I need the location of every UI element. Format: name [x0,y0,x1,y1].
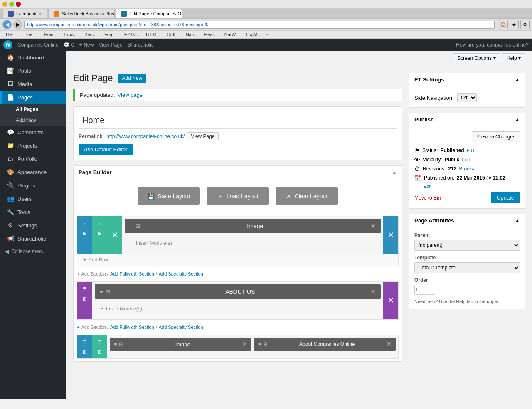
add-specialty-section-link-2[interactable]: Add Specialty Section [159,325,203,330]
back-btn[interactable]: ◀ [2,20,12,29]
minimize-btn[interactable] [2,2,7,7]
sidebar-item-pages[interactable]: 📄 Pages [0,91,66,104]
page-builder-toggle-icon[interactable]: ▲ [392,169,397,175]
sidebar-item-comments[interactable]: 💬 Comments [0,126,66,139]
status-edit-link[interactable]: Edit [467,148,475,153]
section-2-delete-btn[interactable]: ✕ [383,282,398,319]
template-select[interactable]: Default Template [414,262,520,273]
add-specialty-section-link[interactable]: Add Specialty Section [159,271,203,276]
sidebar-item-projects[interactable]: 📁 Projects [0,139,66,152]
admin-bar-new[interactable]: + New [79,42,94,48]
bookmark-btc[interactable]: BT-C... [143,32,163,37]
bookmark-pian[interactable]: Pian... [42,32,59,37]
published-edit-link[interactable]: Edit [424,184,431,189]
bookmark-brow[interactable]: Brow... [62,32,81,37]
use-default-editor-btn[interactable]: Use Default Editor [79,144,133,155]
bookmark-eztv[interactable]: EZTV... [122,32,142,37]
order-input[interactable] [414,285,435,295]
add-new-btn[interactable]: Add New [118,74,146,83]
about-co-close-icon[interactable]: ✕ [387,341,392,347]
load-layout-btn[interactable]: ＋ Load Layout [207,187,269,205]
add-section-plus-icon[interactable]: + [77,271,79,276]
bookmark-natw[interactable]: NatW... [222,32,242,37]
settings-btn[interactable]: ⚙ [520,20,530,29]
move-to-bin-link[interactable]: Move to Bin [414,195,441,201]
img2-close-icon[interactable]: ✕ [242,341,247,347]
add-section-plus-icon-2[interactable]: + [77,325,79,330]
sidebar-sub-all-pages[interactable]: All Pages [0,104,66,115]
module-image-1: ≡ ⊞ Image ✕ [125,219,381,233]
tab-facebook[interactable]: Facebook ✕ [2,9,47,18]
bookmark-forg[interactable]: Forg... [102,32,120,37]
admin-bar-shareaholic[interactable]: Shareaholic [128,42,154,48]
parent-select[interactable]: (no parent) [414,240,520,251]
about-co-label: About Companies Online [268,341,387,347]
side-nav-select[interactable]: Off On [457,93,477,102]
admin-bar-viewpage[interactable]: View Page [99,42,122,48]
clear-layout-btn[interactable]: ✕ Clear Layout [276,187,338,205]
permalink-url[interactable]: http://www.companies-online.co.uk/ [106,133,185,139]
insert-module-btn-2[interactable]: + Insert Module(s) [95,301,381,317]
sidebar-item-dashboard[interactable]: 🏠 Dashboard [0,51,66,64]
update-btn[interactable]: Update [491,192,520,203]
tab-sellerdeck[interactable]: SellerDeck Business Plus ✕ [48,9,115,18]
revisions-browse-link[interactable]: Browse [459,166,475,172]
save-layout-btn[interactable]: 💾 Save Layout [138,187,200,205]
section-3-handle[interactable]: ≡ ⊞ [77,335,92,358]
sidebar-item-portfolio[interactable]: 🗂 Portfolio [0,152,66,165]
admin-bar-comments[interactable]: 💬 0 [64,42,74,48]
preview-changes-btn[interactable]: Preview Changes [472,131,520,142]
publish-header[interactable]: Publish ▲ [409,113,525,126]
sidebar-item-posts[interactable]: 📝 Posts [0,64,66,77]
about-us-close-icon[interactable]: ✕ [370,288,376,296]
forward-btn[interactable]: ▶ [13,20,22,29]
help-btn[interactable]: Help ▾ [502,53,525,63]
home-btn[interactable]: 🏠 [499,20,508,29]
add-fullwidth-section-link-2[interactable]: Add Fullwidth Section [110,325,154,330]
sidebar-item-plugins[interactable]: 🔌 Plugins [0,179,66,192]
address-bar[interactable]: http://www.companies-online.co.uk/wp-adm… [24,21,495,29]
page-title-input[interactable] [79,112,397,129]
sidebar-item-appearance[interactable]: 🎨 Appearance [0,165,66,179]
bookmark-the1[interactable]: The ... [2,32,20,37]
bookmark-outl[interactable]: Outl... [164,32,181,37]
close-btn[interactable] [16,2,21,7]
section-1-delete-btn[interactable]: ✕ [383,216,398,254]
sidebar-item-users[interactable]: 👥 Users [0,192,66,205]
tab-editpage[interactable]: Edit Page ‹ Companies O... ✕ [116,9,182,18]
sidebar-sub-add-new[interactable]: Add New [0,115,66,126]
page-attributes-header[interactable]: Page Attributes ▲ [409,214,525,227]
sidebar-item-media[interactable]: 🖼 Media [0,77,66,91]
section-1-handle[interactable]: ≡ ⊞ [77,216,92,254]
col-1-handle[interactable]: ≡ ⊞ [92,216,107,254]
view-page-btn[interactable]: View Page [187,132,218,140]
module-close-icon[interactable]: ✕ [370,222,376,230]
bookmark-hear[interactable]: Hear... [202,32,220,37]
refresh-btn[interactable]: ↻ [205,22,209,27]
screen-options-btn[interactable]: Screen Options ▾ [453,53,500,63]
sidebar-item-settings[interactable]: ⚙ Settings [0,219,66,232]
bookmark-barc[interactable]: Barc... [82,32,100,37]
admin-bar-site[interactable]: Companies Online [17,42,59,48]
visibility-edit-link[interactable]: Edit [462,157,470,162]
col-1-delete-btn[interactable]: ✕ [107,216,122,254]
star-btn[interactable]: ★ [510,20,519,29]
wp-logo[interactable]: W [3,40,12,49]
add-fullwidth-section-link[interactable]: Add Fullwidth Section [110,271,154,276]
page-builder-header[interactable]: Page Builder ▲ [74,166,402,179]
section-2-handle[interactable]: ≡ ⊞ [77,282,92,319]
sidebar-item-shareaholic[interactable]: 📢 Shareaholic [0,232,66,245]
bookmark-logm[interactable]: LogM... [244,32,264,37]
et-settings-header[interactable]: ET Settings ▲ [409,73,525,86]
sidebar-item-tools[interactable]: 🔧 Tools [0,205,66,219]
add-row-btn-1[interactable]: + Add Row [77,254,398,266]
col-3-handle[interactable]: ≡ ⊞ [92,335,107,358]
view-page-notice-link[interactable]: View page [118,92,143,98]
bookmark-nati[interactable]: Nati... [183,32,200,37]
bookmark-the2[interactable]: The ... [22,32,40,37]
maximize-btn[interactable] [9,2,14,7]
collapse-menu-btn[interactable]: ◀ Collapse menu [0,245,66,258]
bookmarks-more[interactable]: » [266,32,268,37]
tab-close-facebook[interactable]: ✕ [39,12,42,16]
insert-module-btn-1[interactable]: + Insert Module(s) [125,235,381,251]
